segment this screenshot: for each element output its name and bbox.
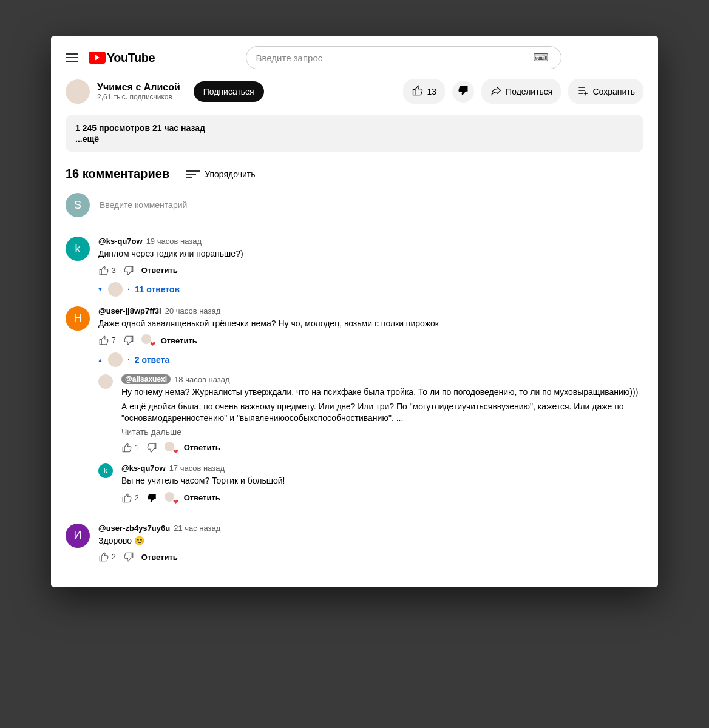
reply-text-1: Ну почему нема? Журналисты утверждали, ч… <box>121 386 643 399</box>
channel-mini-avatar <box>108 282 123 297</box>
share-button[interactable]: Поделиться <box>481 79 561 104</box>
channel-mini-avatar <box>108 352 123 367</box>
dislike-button[interactable] <box>452 81 474 103</box>
sort-button[interactable]: Упорядочить <box>186 169 255 179</box>
comment-like-count: 7 <box>112 336 116 345</box>
channel-subscribers: 2,61 тыс. подписчиков <box>97 93 180 101</box>
comment-like-button[interactable]: 3 <box>98 265 116 276</box>
reply-time: 18 часов назад <box>174 375 230 384</box>
comments-header: 16 комментариев Упорядочить <box>66 167 643 181</box>
comment-time: 20 часов назад <box>165 306 221 315</box>
comment-dislike-button[interactable] <box>123 551 134 562</box>
replies-count: 11 ответов <box>135 285 180 294</box>
reply-text: Вы не учитель часом? Тортик и большой! <box>121 475 643 487</box>
search-input[interactable]: Введите запрос ⌨ <box>246 46 561 69</box>
reply-dislike-button[interactable] <box>146 442 157 453</box>
save-label: Сохранить <box>592 87 635 96</box>
header: YouTube Введите запрос ⌨ <box>66 46 643 69</box>
reply-button[interactable]: Ответить <box>184 443 220 452</box>
reply-like-count: 2 <box>135 494 139 502</box>
replies-toggle[interactable]: ▼ · 11 ответов <box>97 282 643 297</box>
reply-avatar[interactable]: k <box>98 463 113 478</box>
reply-button[interactable]: Ответить <box>141 553 178 562</box>
comment: Н @user-jj8wp7ff3l 20 часов назад Даже о… <box>66 306 643 514</box>
comment-like-button[interactable]: 7 <box>98 335 116 346</box>
save-icon <box>577 84 589 98</box>
show-more[interactable]: ...ещё <box>75 134 634 144</box>
thumbs-up-icon <box>412 84 424 98</box>
reply-author[interactable]: @ks-qu7ow <box>121 463 166 473</box>
save-button[interactable]: Сохранить <box>568 79 643 104</box>
keyboard-icon[interactable]: ⌨ <box>533 51 551 64</box>
reply-author-chip[interactable]: @alisaxuexi <box>121 374 171 384</box>
search-wrap: Введите запрос ⌨ <box>163 46 643 69</box>
comment-dislike-button[interactable] <box>123 335 134 346</box>
comment-author[interactable]: @user-zb4ys7uy6u <box>98 524 170 533</box>
youtube-play-icon <box>89 52 106 64</box>
like-count: 13 <box>427 87 437 96</box>
comment-like-count: 2 <box>112 553 116 561</box>
reply-like-button[interactable]: 2 <box>121 493 139 504</box>
creator-heart-icon: ❤ <box>165 492 177 504</box>
sort-label: Упорядочить <box>205 169 255 179</box>
channel-avatar[interactable] <box>66 79 90 104</box>
comments-count: 16 комментариев <box>66 167 169 181</box>
share-icon <box>490 84 502 98</box>
add-comment-row: S Введите комментарий <box>66 193 643 217</box>
add-comment-input[interactable]: Введите комментарий <box>100 197 643 214</box>
hamburger-menu-icon[interactable] <box>66 50 80 65</box>
comment: k @ks-qu7ow 19 часов назад Диплом через … <box>66 237 643 297</box>
caret-down-icon: ▼ <box>97 286 103 292</box>
views-time: 1 245 просмотров 21 час назад <box>75 123 634 133</box>
comment-author[interactable]: @ks-qu7ow <box>98 237 143 246</box>
youtube-window: YouTube Введите запрос ⌨ Учимся с Алисой… <box>51 36 658 587</box>
channel-row: Учимся с Алисой 2,61 тыс. подписчиков По… <box>66 79 643 104</box>
comment-time: 21 час назад <box>174 524 220 533</box>
comment-dislike-button[interactable] <box>123 265 134 276</box>
reply-text-2: А ещё двойка была, по очень важному пред… <box>121 401 643 425</box>
commenter-avatar[interactable]: k <box>66 237 90 261</box>
creator-heart-icon: ❤ <box>141 334 154 346</box>
comment-text: Здорово 😊 <box>98 535 643 547</box>
reply-dislike-button[interactable] <box>146 493 157 504</box>
channel-name[interactable]: Учимся с Алисой <box>97 82 180 93</box>
channel-info: Учимся с Алисой 2,61 тыс. подписчиков <box>97 82 180 101</box>
creator-heart-icon: ❤ <box>165 442 177 454</box>
reply-like-button[interactable]: 1 <box>121 442 139 453</box>
current-user-avatar[interactable]: S <box>66 193 90 217</box>
subscribe-button[interactable]: Подписаться <box>194 81 264 102</box>
reply: k @ks-qu7ow 17 часов назад Вы не учитель… <box>98 463 643 504</box>
comment-like-button[interactable]: 2 <box>98 551 116 562</box>
replies-count: 2 ответа <box>135 355 169 365</box>
video-meta-box[interactable]: 1 245 просмотров 21 час назад ...ещё <box>66 115 643 152</box>
comment-author[interactable]: @user-jj8wp7ff3l <box>98 306 161 315</box>
replies-toggle[interactable]: ▲ · 2 ответа <box>97 352 643 367</box>
read-more-button[interactable]: Читать дальше <box>121 427 643 437</box>
comment-text: Диплом через годик или пораньше?) <box>98 248 643 260</box>
like-button[interactable]: 13 <box>403 79 446 104</box>
reply-button[interactable]: Ответить <box>161 336 197 345</box>
reply-time: 17 часов назад <box>169 463 225 473</box>
search-placeholder: Введите запрос <box>256 53 323 63</box>
comment: И @user-zb4ys7uy6u 21 час назад Здорово … <box>66 524 643 563</box>
reply-button[interactable]: Ответить <box>184 493 220 502</box>
youtube-logo[interactable]: YouTube <box>89 51 155 65</box>
caret-up-icon: ▲ <box>97 357 103 363</box>
brand-text: YouTube <box>107 51 155 65</box>
comment-text: Даже одной завалященькой трёшечки нема? … <box>98 318 643 330</box>
comment-like-count: 3 <box>112 266 116 275</box>
reply-like-count: 1 <box>135 443 139 452</box>
comment-time: 19 часов назад <box>146 237 202 246</box>
reply-avatar[interactable] <box>98 374 113 389</box>
share-label: Поделиться <box>506 87 552 96</box>
commenter-avatar[interactable]: Н <box>66 306 90 331</box>
sort-icon <box>186 170 200 178</box>
reply-button[interactable]: Ответить <box>141 266 178 275</box>
reply: @alisaxuexi 18 часов назад Ну почему нем… <box>98 374 643 454</box>
commenter-avatar[interactable]: И <box>66 524 90 548</box>
thumbs-down-icon <box>457 84 469 98</box>
